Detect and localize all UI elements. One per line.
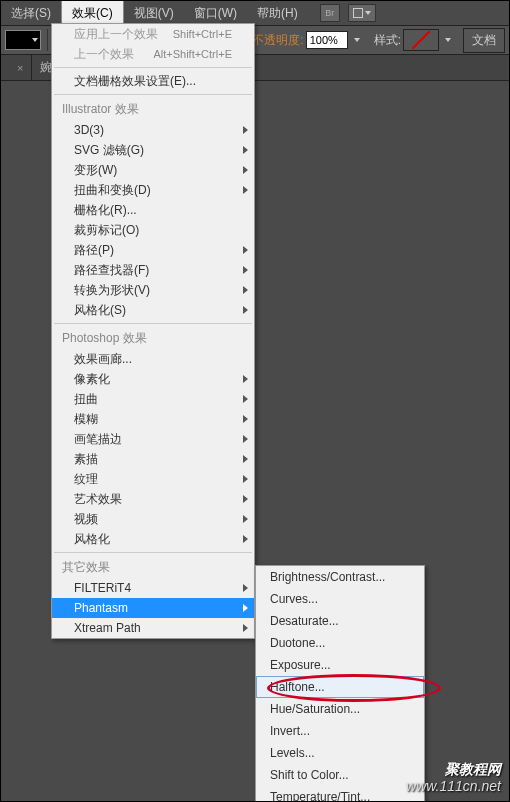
- submenu-exposure[interactable]: Exposure...: [256, 654, 424, 676]
- menu-path[interactable]: 路径(P): [52, 240, 254, 260]
- file-tab-1[interactable]: ×: [1, 55, 32, 80]
- opacity-dropdown-icon[interactable]: [354, 38, 360, 42]
- menu-item-label: 模糊: [74, 411, 98, 428]
- menu-item-label: Exposure...: [270, 658, 331, 672]
- menu-rasterize[interactable]: 栅格化(R)...: [52, 200, 254, 220]
- menu-header-photoshop: Photoshop 效果: [52, 327, 254, 349]
- menu-pixelate[interactable]: 像素化: [52, 369, 254, 389]
- menu-header-illustrator: Illustrator 效果: [52, 98, 254, 120]
- menu-item-label: Shift to Color...: [270, 768, 349, 782]
- document-setup-button[interactable]: 文档: [463, 28, 505, 53]
- menu-item-label: Xtream Path: [74, 621, 141, 635]
- menu-item-label: 视频: [74, 511, 98, 528]
- menu-item-label: 画笔描边: [74, 431, 122, 448]
- menu-item-label: 路径(P): [74, 242, 114, 259]
- submenu-levels[interactable]: Levels...: [256, 742, 424, 764]
- menu-item-label: Levels...: [270, 746, 315, 760]
- menu-item-label: 路径查找器(F): [74, 262, 149, 279]
- menu-item-label: 扭曲和变换(D): [74, 182, 151, 199]
- menu-window[interactable]: 窗口(W): [184, 1, 247, 26]
- menu-item-label: 3D(3): [74, 123, 104, 137]
- menu-item-label: Invert...: [270, 724, 310, 738]
- menu-artistic[interactable]: 艺术效果: [52, 489, 254, 509]
- menu-distort[interactable]: 扭曲: [52, 389, 254, 409]
- submenu-brightness-contrast[interactable]: Brightness/Contrast...: [256, 566, 424, 588]
- menu-view[interactable]: 视图(V): [124, 1, 184, 26]
- menu-convert-to-shape[interactable]: 转换为形状(V): [52, 280, 254, 300]
- submenu-curves[interactable]: Curves...: [256, 588, 424, 610]
- menu-item-label: Temperature/Tint...: [270, 790, 370, 802]
- menu-brush-strokes[interactable]: 画笔描边: [52, 429, 254, 449]
- menu-xtream-path[interactable]: Xtream Path: [52, 618, 254, 638]
- submenu-hue-saturation[interactable]: Hue/Saturation...: [256, 698, 424, 720]
- menu-item-label: 变形(W): [74, 162, 117, 179]
- submenu-halftone[interactable]: Halftone...: [256, 676, 424, 698]
- effect-menu: 应用上一个效果 Shift+Ctrl+E 上一个效果 Alt+Shift+Ctr…: [51, 23, 255, 639]
- menu-item-label: Phantasm: [74, 601, 128, 615]
- menu-item-label: 纹理: [74, 471, 98, 488]
- menu-last-effect: 上一个效果 Alt+Shift+Ctrl+E: [52, 44, 254, 64]
- submenu-invert[interactable]: Invert...: [256, 720, 424, 742]
- menu-effect-gallery[interactable]: 效果画廊...: [52, 349, 254, 369]
- style-label: 样式:: [374, 32, 401, 49]
- menu-item-label: Hue/Saturation...: [270, 702, 360, 716]
- menu-item-label: 效果画廊...: [74, 351, 132, 368]
- submenu-desaturate[interactable]: Desaturate...: [256, 610, 424, 632]
- menu-item-label: SVG 滤镜(G): [74, 142, 144, 159]
- submenu-duotone[interactable]: Duotone...: [256, 632, 424, 654]
- menu-item-label: 文档栅格效果设置(E)...: [74, 73, 196, 90]
- menu-separator: [54, 323, 252, 324]
- menu-item-label: 素描: [74, 451, 98, 468]
- menu-crop-marks[interactable]: 裁剪标记(O): [52, 220, 254, 240]
- menu-3d[interactable]: 3D(3): [52, 120, 254, 140]
- close-icon[interactable]: ×: [17, 62, 23, 74]
- menu-select[interactable]: 选择(S): [1, 1, 61, 26]
- menu-shortcut: Alt+Shift+Ctrl+E: [143, 48, 232, 60]
- menu-pathfinder[interactable]: 路径查找器(F): [52, 260, 254, 280]
- phantasm-submenu: Brightness/Contrast... Curves... Desatur…: [255, 565, 425, 802]
- fill-swatch[interactable]: [5, 30, 41, 50]
- menu-video[interactable]: 视频: [52, 509, 254, 529]
- menu-item-label: Duotone...: [270, 636, 325, 650]
- menu-item-label: 扭曲: [74, 391, 98, 408]
- menu-stylize-ps[interactable]: 风格化: [52, 529, 254, 549]
- style-swatch[interactable]: [403, 29, 439, 51]
- menu-shortcut: Shift+Ctrl+E: [163, 28, 232, 40]
- menu-distort-transform[interactable]: 扭曲和变换(D): [52, 180, 254, 200]
- menu-stylize-ai[interactable]: 风格化(S): [52, 300, 254, 320]
- menu-item-label: 转换为形状(V): [74, 282, 150, 299]
- menu-sketch[interactable]: 素描: [52, 449, 254, 469]
- menu-item-label: 应用上一个效果: [74, 26, 158, 43]
- opacity-label: 不透明度:: [252, 32, 303, 49]
- menubar: 选择(S) 效果(C) 视图(V) 窗口(W) 帮助(H) Br: [1, 1, 509, 25]
- submenu-shift-to-color[interactable]: Shift to Color...: [256, 764, 424, 786]
- menu-svg-filters[interactable]: SVG 滤镜(G): [52, 140, 254, 160]
- menu-item-label: 像素化: [74, 371, 110, 388]
- menu-texture[interactable]: 纹理: [52, 469, 254, 489]
- menu-doc-raster-settings[interactable]: 文档栅格效果设置(E)...: [52, 71, 254, 91]
- menu-warp[interactable]: 变形(W): [52, 160, 254, 180]
- menu-separator: [54, 94, 252, 95]
- menu-help[interactable]: 帮助(H): [247, 1, 308, 26]
- menu-header-other: 其它效果: [52, 556, 254, 578]
- menu-item-label: 上一个效果: [74, 46, 134, 63]
- style-dropdown-icon[interactable]: [445, 38, 451, 42]
- menu-item-label: 裁剪标记(O): [74, 222, 139, 239]
- menu-item-label: 风格化(S): [74, 302, 126, 319]
- menu-item-label: Desaturate...: [270, 614, 339, 628]
- menu-blur[interactable]: 模糊: [52, 409, 254, 429]
- opacity-input[interactable]: [306, 31, 348, 49]
- menu-separator: [54, 67, 252, 68]
- bridge-icon[interactable]: Br: [320, 4, 340, 22]
- menu-item-label: 栅格化(R)...: [74, 202, 137, 219]
- menu-item-label: Halftone...: [270, 680, 325, 694]
- menu-phantasm[interactable]: Phantasm: [52, 598, 254, 618]
- menu-item-label: Curves...: [270, 592, 318, 606]
- menu-filterit4[interactable]: FILTERiT4: [52, 578, 254, 598]
- menu-apply-last-effect: 应用上一个效果 Shift+Ctrl+E: [52, 24, 254, 44]
- menu-item-label: 风格化: [74, 531, 110, 548]
- arrange-icon[interactable]: [348, 4, 376, 22]
- separator: [47, 29, 48, 51]
- submenu-temperature-tint[interactable]: Temperature/Tint...: [256, 786, 424, 802]
- menu-item-label: FILTERiT4: [74, 581, 131, 595]
